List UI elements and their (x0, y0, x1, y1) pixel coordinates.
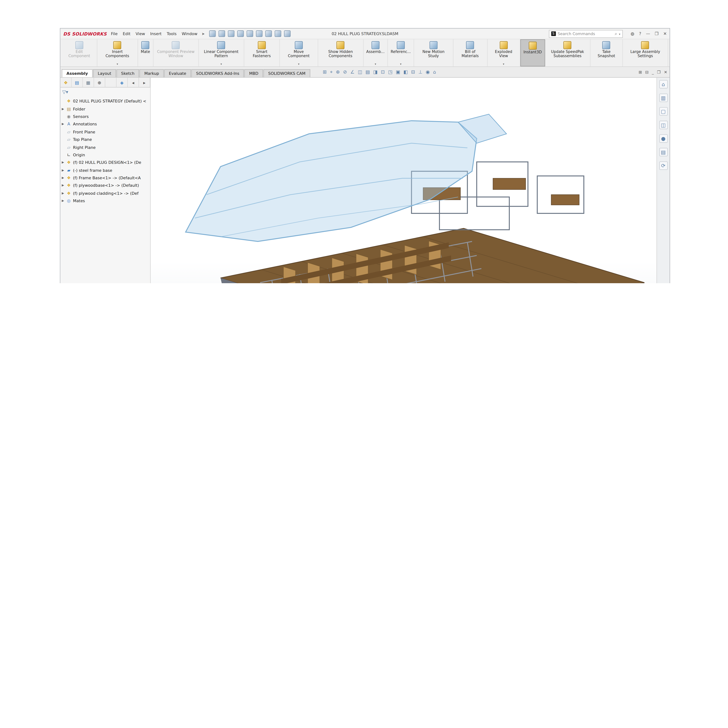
menu-item[interactable]: Tools (167, 31, 177, 36)
help-icon[interactable]: ? (639, 31, 641, 36)
ribbon-button[interactable]: Update SpeedPak Subassemblies (545, 39, 590, 66)
task-pane-icon[interactable]: ● (659, 134, 667, 143)
minimize-icon[interactable]: — (646, 31, 650, 36)
menu-item[interactable]: File (111, 31, 118, 36)
view-tool-icon[interactable]: ▣ (396, 69, 400, 75)
command-tab[interactable]: Markup (139, 69, 164, 77)
view-tool-icon[interactable]: ◧ (404, 69, 408, 75)
ribbon-button[interactable]: Move Component ▾ (280, 39, 318, 66)
quick-access-icon[interactable] (274, 31, 281, 37)
feature-manager-tab[interactable]: ◂ (128, 78, 139, 87)
quick-access-icon[interactable] (237, 31, 243, 37)
tree-item[interactable]: ▶ A Annotations (61, 120, 150, 128)
ribbon-button[interactable]: Edit Component (62, 39, 97, 66)
view-tool-icon[interactable]: ⊕ (336, 69, 340, 75)
view-tool-icon[interactable]: ⊥ (418, 69, 422, 75)
tree-item[interactable]: ▶ ❖ (f) Frame Base<1> -> (Default<A (61, 174, 150, 182)
tree-item[interactable]: ▱ Right Plane (61, 144, 150, 151)
command-tab[interactable]: SOLIDWORKS Add-Ins (191, 69, 244, 77)
ribbon-button[interactable]: Smart Fasteners (244, 39, 280, 66)
view-tool-icon[interactable]: ◳ (388, 69, 392, 75)
feature-manager-tab[interactable]: ❖ (60, 78, 72, 87)
ribbon-button[interactable]: Component Preview Window (153, 39, 199, 66)
view-tool-icon[interactable]: ⊡ (381, 69, 385, 75)
command-tab[interactable]: Evaluate (164, 69, 191, 77)
feature-manager-tab[interactable]: ▤ (72, 78, 83, 87)
restore-doc-icon[interactable]: ❐ (657, 70, 661, 75)
tree-item[interactable]: ◉ Sensors (61, 113, 150, 120)
close-doc-icon[interactable]: ✕ (664, 70, 667, 75)
task-pane-icon[interactable]: ⟳ (659, 161, 667, 170)
command-tab[interactable]: Assembly (62, 69, 92, 77)
task-pane-icon[interactable]: ⌂ (659, 80, 667, 89)
tree-item[interactable]: ▶ ▰ (-) steel frame base (61, 166, 150, 174)
expand-arrow-icon[interactable]: ▶ (61, 161, 64, 165)
tree-item[interactable]: ▶ ◎ Mates (61, 197, 150, 205)
menu-item[interactable]: View (136, 31, 145, 36)
feature-manager-tab[interactable]: ▸ (139, 78, 150, 87)
task-pane-icon[interactable]: ▢ (659, 107, 667, 116)
command-tab[interactable]: MBD (245, 69, 263, 77)
expand-arrow-icon[interactable]: ▶ (61, 107, 64, 111)
login-icon[interactable]: ◍ (631, 31, 634, 36)
tree-filter[interactable]: ▽▾ (60, 87, 150, 96)
tree-item[interactable]: ▱ Front Plane (61, 128, 150, 136)
menu-item[interactable]: Window (182, 31, 197, 36)
quick-access-icon[interactable] (246, 31, 253, 37)
ribbon-button[interactable]: New Motion Study (414, 39, 453, 66)
expand-arrow-icon[interactable]: ▶ (61, 184, 64, 187)
tree-item[interactable]: ▱ Top Plane (61, 136, 150, 143)
quick-access-icon[interactable] (265, 31, 272, 37)
view-tool-icon[interactable]: ∠ (350, 69, 355, 75)
ribbon-button[interactable]: Insert Components ▾ (97, 39, 138, 66)
expand-arrow-icon[interactable]: ▶ (61, 191, 64, 195)
ribbon-button[interactable]: Exploded View ▾ (487, 39, 520, 66)
view-tool-icon[interactable]: ⊟ (411, 69, 415, 75)
search-icon[interactable]: ⌕ (615, 31, 617, 36)
feature-manager-tab[interactable]: ▦ (83, 78, 94, 87)
quick-access-icon[interactable] (256, 31, 262, 37)
view-tool-icon[interactable]: ◨ (373, 69, 378, 75)
ribbon-button[interactable]: Mate (138, 39, 153, 66)
tree-item[interactable]: ▶ ▤ Folder (61, 105, 150, 113)
quick-access-icon[interactable] (209, 31, 216, 37)
close-icon[interactable]: ✕ (663, 31, 667, 36)
command-tab[interactable]: Sketch (116, 69, 139, 77)
task-pane-icon[interactable]: ▤ (659, 148, 667, 156)
restore-icon[interactable]: ❐ (655, 31, 659, 36)
quick-access-icon[interactable] (284, 31, 290, 37)
view-tool-icon[interactable]: ⌂ (433, 69, 436, 75)
tree-item[interactable]: ▶ ❖ (f) plywood cladding<1> -> (Def (61, 189, 150, 197)
view-tool-icon[interactable]: ⊞ (323, 69, 327, 75)
tree-item[interactable]: ▶ ❖ (f) plywoodbase<1> -> (Default) (61, 182, 150, 189)
search-commands-box[interactable]: S Search Commands ⌕▾ (549, 30, 622, 38)
tile-icon[interactable]: ⊞ (639, 70, 642, 75)
task-pane-icon[interactable]: ▥ (659, 93, 667, 102)
expand-arrow-icon[interactable]: ▶ (61, 199, 64, 203)
command-tab[interactable]: SOLIDWORKS CAM (263, 69, 310, 77)
menu-item[interactable]: Insert (150, 31, 162, 36)
view-tool-icon[interactable]: ⊘ (343, 69, 347, 75)
ribbon-button[interactable]: Large Assembly Settings (623, 39, 668, 66)
pin-icon[interactable]: ➤ (202, 32, 205, 36)
tree-item[interactable]: ▶ ❖ (f) 02 HULL PLUG DESIGN<1> (De (61, 159, 150, 166)
command-tab[interactable]: Layout (93, 69, 116, 77)
expand-arrow-icon[interactable]: ▶ (61, 168, 64, 172)
ribbon-button[interactable]: Bill of Materials (453, 39, 488, 66)
quick-access-icon[interactable] (218, 31, 225, 37)
task-pane-icon[interactable]: ◫ (659, 121, 667, 129)
view-tool-icon[interactable]: ▤ (366, 69, 370, 75)
cascade-icon[interactable]: ⊟ (645, 70, 648, 75)
ribbon-button[interactable]: Show Hidden Components (318, 39, 364, 66)
view-tool-icon[interactable]: ◫ (358, 69, 362, 75)
quick-access-icon[interactable] (228, 31, 234, 37)
feature-manager-tab[interactable]: ◈ (116, 78, 128, 87)
feature-manager-tab[interactable]: ⊕ (94, 78, 106, 87)
feature-manager-tab[interactable] (105, 78, 116, 87)
ribbon-button[interactable]: Instant3D (520, 39, 545, 66)
expand-arrow-icon[interactable]: ▶ (61, 122, 64, 126)
menu-item[interactable]: Edit (123, 31, 130, 36)
ribbon-button[interactable]: Assemb... ▾ (364, 39, 388, 66)
assembly-viewport[interactable] (151, 78, 656, 283)
tree-item[interactable]: ∟ Origin (61, 151, 150, 159)
